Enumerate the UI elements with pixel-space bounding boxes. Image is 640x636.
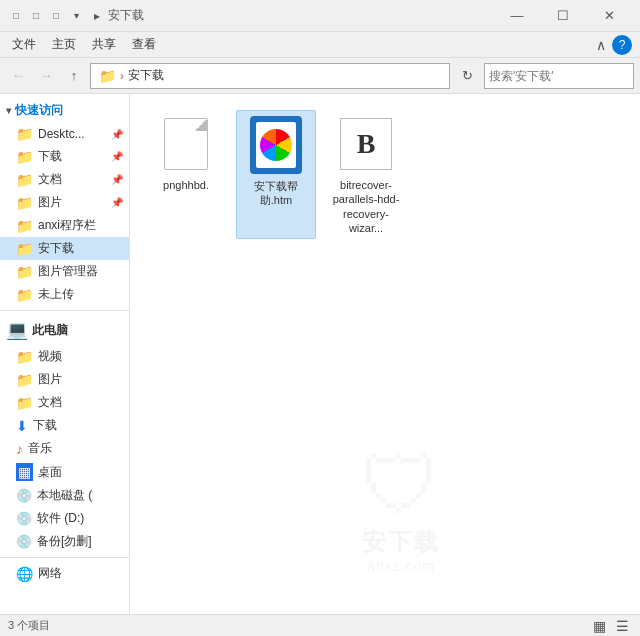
sidebar-item-anzi[interactable]: 📁 anxi程序栏 (0, 214, 129, 237)
pin-icon: 📌 (111, 129, 123, 140)
folder-icon: 📁 (16, 241, 33, 257)
sidebar-item-label: 网络 (38, 565, 62, 582)
sidebar-item-anzaixia[interactable]: 📁 安下载 (0, 237, 129, 260)
music-icon: ♪ (16, 441, 23, 457)
search-input[interactable] (489, 69, 639, 83)
menu-view[interactable]: 查看 (124, 34, 164, 55)
quick-access-toolbar-more[interactable]: ▾ (68, 8, 84, 24)
sidebar: ▾ 快速访问 📁 Desktc... 📌 📁 下载 📌 📁 文档 📌 📁 图片 … (0, 94, 130, 614)
status-bar: 3 个项目 ▦ ☰ (0, 614, 640, 636)
title-bar-left-icons: □ □ □ ▾ ▸ 安下载 (8, 7, 144, 24)
sidebar-item-label: 图片管理器 (38, 263, 98, 280)
sidebar-item-label: 文档 (38, 171, 62, 188)
content-area: pnghhbd. 安下载帮助.htm B bitrecover (130, 94, 640, 614)
up-button[interactable]: ↑ (62, 64, 86, 88)
quick-access-chevron: ▾ (6, 105, 11, 116)
forward-button[interactable]: → (34, 64, 58, 88)
htm-outer-icon (250, 116, 302, 174)
htm-inner-icon (256, 122, 296, 168)
menu-file[interactable]: 文件 (4, 34, 44, 55)
quick-access-header[interactable]: ▾ 快速访问 (0, 98, 129, 123)
sidebar-item-backup[interactable]: 💿 备份[勿删] (0, 530, 129, 553)
download-icon: ⬇ (16, 418, 28, 434)
menu-bar: 文件 主页 共享 查看 ∧ ? (0, 32, 640, 58)
sidebar-item-video[interactable]: 📁 视频 (0, 345, 129, 368)
sidebar-item-label: 安下载 (38, 240, 74, 257)
watermark-text: 安下载 (362, 526, 440, 558)
watermark-subtext: anxz.com (367, 558, 435, 574)
menu-share[interactable]: 共享 (84, 34, 124, 55)
folder-icon: 📁 (16, 195, 33, 211)
sidebar-item-desktop2[interactable]: ▦ 桌面 (0, 460, 129, 484)
sidebar-item-downloads[interactable]: 📁 下载 📌 (0, 145, 129, 168)
this-pc-header[interactable]: 💻 此电脑 (0, 315, 129, 345)
folder-icon: 📁 (16, 218, 33, 234)
title-text: 安下载 (108, 7, 144, 24)
folder-name: 安下载 (128, 67, 164, 84)
sidebar-item-docs[interactable]: 📁 文档 📌 (0, 168, 129, 191)
folder-icon: 📁 (99, 68, 116, 84)
sidebar-item-doc[interactable]: 📁 文档 (0, 391, 129, 414)
quick-access-toolbar-save[interactable]: □ (28, 8, 44, 24)
pin-icon: 📌 (111, 197, 123, 208)
watermark-shield: 🛡 (361, 446, 441, 526)
file-item-bitrecover[interactable]: B bitrecover-parallels-hdd-recovery-wiza… (326, 110, 406, 239)
address-bar: ← → ↑ 📁 › 安下载 ↻ 🔍 (0, 58, 640, 94)
disk-d-icon: 💿 (16, 511, 32, 526)
document-folder-icon: 📁 (16, 395, 33, 411)
menu-home[interactable]: 主页 (44, 34, 84, 55)
sidebar-item-label: anxi程序栏 (38, 217, 96, 234)
ribbon-toggle[interactable]: ∧ (590, 37, 612, 53)
file-label-bitrecover: bitrecover-parallels-hdd-recovery-wizar.… (330, 178, 402, 235)
watermark: 🛡 安下载 anxz.com (361, 446, 441, 574)
network-icon: 🌐 (16, 566, 33, 582)
sidebar-item-music[interactable]: ♪ 音乐 (0, 437, 129, 460)
folder-icon: 📁 (16, 172, 33, 188)
title-bar-controls: — ☐ ✕ (494, 0, 632, 32)
close-button[interactable]: ✕ (586, 0, 632, 32)
sidebar-item-imgmgr[interactable]: 📁 图片管理器 (0, 260, 129, 283)
sidebar-item-dl[interactable]: ⬇ 下载 (0, 414, 129, 437)
file-item-pnghhbd[interactable]: pnghhbd. (146, 110, 226, 239)
window-icon: □ (8, 8, 24, 24)
help-icon[interactable]: ? (612, 35, 632, 55)
sidebar-item-notup[interactable]: 📁 未上传 (0, 283, 129, 306)
back-button[interactable]: ← (6, 64, 30, 88)
sidebar-item-disk-c[interactable]: 💿 本地磁盘 ( (0, 484, 129, 507)
computer-icon: 💻 (6, 319, 28, 341)
file-label-pnghhbd: pnghhbd. (163, 178, 209, 192)
sidebar-item-label: 本地磁盘 ( (37, 487, 92, 504)
quick-access-toolbar-undo[interactable]: □ (48, 8, 64, 24)
file-corner (195, 119, 207, 131)
sidebar-item-label: 未上传 (38, 286, 74, 303)
sidebar-item-label: Desktc... (38, 127, 85, 141)
sidebar-item-label: 图片 (38, 194, 62, 211)
quick-access-label: 快速访问 (15, 102, 63, 119)
sidebar-item-label: 文档 (38, 394, 62, 411)
sidebar-item-label: 软件 (D:) (37, 510, 84, 527)
sidebar-item-network[interactable]: 🌐 网络 (0, 562, 129, 585)
sidebar-item-desktop[interactable]: 📁 Desktc... 📌 (0, 123, 129, 145)
picture-folder-icon: 📁 (16, 372, 33, 388)
file-item-htm[interactable]: 安下载帮助.htm (236, 110, 316, 239)
folder-icon: 📁 (16, 264, 33, 280)
sidebar-item-pictures[interactable]: 📁 图片 📌 (0, 191, 129, 214)
file-label-htm: 安下载帮助.htm (241, 179, 311, 208)
minimize-button[interactable]: — (494, 0, 540, 32)
address-path[interactable]: 📁 › 安下载 (90, 63, 450, 89)
refresh-button[interactable]: ↻ (454, 63, 480, 89)
sidebar-item-pic[interactable]: 📁 图片 (0, 368, 129, 391)
pin-icon: 📌 (111, 174, 123, 185)
desktop-icon: ▦ (16, 463, 33, 481)
view-grid-button[interactable]: ▦ (590, 618, 609, 634)
search-box: 🔍 (484, 63, 634, 89)
blank-file-icon (164, 118, 208, 170)
maximize-button[interactable]: ☐ (540, 0, 586, 32)
file-icon-htm (246, 115, 306, 175)
view-list-button[interactable]: ☰ (613, 618, 632, 634)
folder-icon: 📁 (16, 149, 33, 165)
sidebar-item-disk-d[interactable]: 💿 软件 (D:) (0, 507, 129, 530)
sidebar-item-label: 音乐 (28, 440, 52, 457)
sidebar-item-label: 视频 (38, 348, 62, 365)
sidebar-item-label: 下载 (33, 417, 57, 434)
